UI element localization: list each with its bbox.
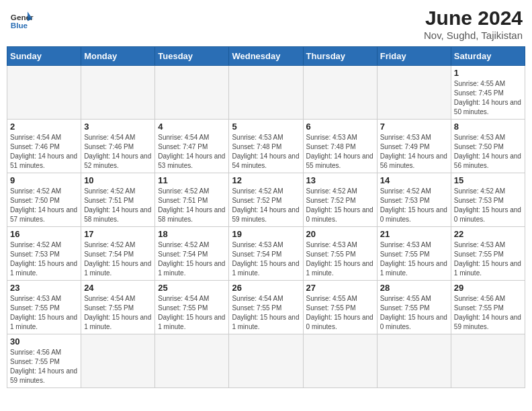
day-number: 8 [454, 122, 522, 132]
day-cell: 10Sunrise: 4:52 AM Sunset: 7:51 PM Dayli… [81, 173, 155, 227]
day-number: 18 [158, 229, 226, 239]
logo-icon: General Blue [9, 7, 34, 31]
day-number: 29 [454, 283, 522, 293]
day-cell: 26Sunrise: 4:54 AM Sunset: 7:55 PM Dayli… [229, 281, 303, 334]
day-info: Sunrise: 4:54 AM Sunset: 7:55 PM Dayligh… [232, 294, 300, 332]
weekday-wednesday: Wednesday [229, 47, 303, 66]
day-info: Sunrise: 4:52 AM Sunset: 7:50 PM Dayligh… [10, 187, 78, 224]
day-number: 21 [380, 229, 448, 239]
day-number: 17 [84, 229, 152, 239]
day-cell [7, 66, 81, 120]
day-cell: 11Sunrise: 4:52 AM Sunset: 7:51 PM Dayli… [155, 173, 229, 227]
day-number: 13 [306, 175, 374, 185]
day-cell: 22Sunrise: 4:53 AM Sunset: 7:55 PM Dayli… [451, 227, 525, 281]
day-info: Sunrise: 4:52 AM Sunset: 7:53 PM Dayligh… [454, 187, 522, 224]
day-cell: 29Sunrise: 4:56 AM Sunset: 7:55 PM Dayli… [451, 281, 525, 334]
day-number: 24 [84, 283, 152, 293]
day-info: Sunrise: 4:52 AM Sunset: 7:53 PM Dayligh… [380, 187, 448, 224]
day-info: Sunrise: 4:53 AM Sunset: 7:55 PM Dayligh… [306, 240, 374, 278]
day-cell: 23Sunrise: 4:53 AM Sunset: 7:55 PM Dayli… [7, 281, 81, 334]
day-number: 19 [232, 229, 300, 239]
day-cell [81, 66, 155, 120]
day-number: 3 [84, 122, 152, 132]
day-cell: 27Sunrise: 4:55 AM Sunset: 7:55 PM Dayli… [303, 281, 377, 334]
day-info: Sunrise: 4:53 AM Sunset: 7:49 PM Dayligh… [380, 133, 448, 171]
day-cell: 21Sunrise: 4:53 AM Sunset: 7:55 PM Dayli… [377, 227, 451, 281]
weekday-tuesday: Tuesday [155, 47, 229, 66]
calendar-subtitle: Nov, Sughd, Tajikistan [424, 30, 523, 41]
day-cell [451, 334, 525, 388]
day-number: 26 [232, 283, 300, 293]
day-cell: 19Sunrise: 4:53 AM Sunset: 7:54 PM Dayli… [229, 227, 303, 281]
day-cell: 30Sunrise: 4:56 AM Sunset: 7:55 PM Dayli… [7, 334, 81, 388]
day-number: 7 [380, 122, 448, 132]
day-number: 6 [306, 122, 374, 132]
week-row-2: 9Sunrise: 4:52 AM Sunset: 7:50 PM Daylig… [7, 173, 525, 227]
day-cell: 24Sunrise: 4:54 AM Sunset: 7:55 PM Dayli… [81, 281, 155, 334]
day-info: Sunrise: 4:52 AM Sunset: 7:52 PM Dayligh… [306, 187, 374, 224]
day-info: Sunrise: 4:55 AM Sunset: 7:55 PM Dayligh… [306, 294, 374, 332]
day-cell: 6Sunrise: 4:53 AM Sunset: 7:48 PM Daylig… [303, 120, 377, 173]
day-cell: 1Sunrise: 4:55 AM Sunset: 7:45 PM Daylig… [451, 66, 525, 120]
day-cell [377, 334, 451, 388]
day-cell: 20Sunrise: 4:53 AM Sunset: 7:55 PM Dayli… [303, 227, 377, 281]
day-info: Sunrise: 4:52 AM Sunset: 7:54 PM Dayligh… [84, 240, 152, 278]
calendar-title: June 2024 [424, 7, 523, 30]
day-info: Sunrise: 4:53 AM Sunset: 7:48 PM Dayligh… [232, 133, 300, 171]
day-info: Sunrise: 4:54 AM Sunset: 7:47 PM Dayligh… [158, 133, 226, 171]
day-number: 27 [306, 283, 374, 293]
calendar-table: SundayMondayTuesdayWednesdayThursdayFrid… [7, 46, 525, 388]
day-cell [81, 334, 155, 388]
day-info: Sunrise: 4:52 AM Sunset: 7:51 PM Dayligh… [158, 187, 226, 224]
day-cell: 28Sunrise: 4:55 AM Sunset: 7:55 PM Dayli… [377, 281, 451, 334]
day-info: Sunrise: 4:53 AM Sunset: 7:50 PM Dayligh… [454, 133, 522, 171]
day-number: 30 [10, 336, 78, 347]
weekday-thursday: Thursday [303, 47, 377, 66]
day-number: 1 [454, 68, 522, 78]
day-cell [377, 66, 451, 120]
day-number: 10 [84, 175, 152, 185]
day-info: Sunrise: 4:55 AM Sunset: 7:55 PM Dayligh… [380, 294, 448, 332]
weekday-monday: Monday [81, 47, 155, 66]
day-number: 28 [380, 283, 448, 293]
day-cell: 4Sunrise: 4:54 AM Sunset: 7:47 PM Daylig… [155, 120, 229, 173]
day-cell [155, 66, 229, 120]
day-cell: 14Sunrise: 4:52 AM Sunset: 7:53 PM Dayli… [377, 173, 451, 227]
day-info: Sunrise: 4:52 AM Sunset: 7:54 PM Dayligh… [158, 240, 226, 278]
day-cell: 25Sunrise: 4:54 AM Sunset: 7:55 PM Dayli… [155, 281, 229, 334]
day-cell [155, 334, 229, 388]
day-info: Sunrise: 4:55 AM Sunset: 7:45 PM Dayligh… [454, 79, 522, 117]
day-number: 12 [232, 175, 300, 185]
day-number: 4 [158, 122, 226, 132]
day-cell: 17Sunrise: 4:52 AM Sunset: 7:54 PM Dayli… [81, 227, 155, 281]
day-info: Sunrise: 4:53 AM Sunset: 7:48 PM Dayligh… [306, 133, 374, 171]
header: General Blue June 2024 Nov, Sughd, Tajik… [7, 7, 525, 41]
day-info: Sunrise: 4:52 AM Sunset: 7:51 PM Dayligh… [84, 187, 152, 224]
day-cell [229, 66, 303, 120]
week-row-4: 23Sunrise: 4:53 AM Sunset: 7:55 PM Dayli… [7, 281, 525, 334]
day-info: Sunrise: 4:56 AM Sunset: 7:55 PM Dayligh… [454, 294, 522, 332]
day-cell: 5Sunrise: 4:53 AM Sunset: 7:48 PM Daylig… [229, 120, 303, 173]
day-number: 25 [158, 283, 226, 293]
day-info: Sunrise: 4:54 AM Sunset: 7:46 PM Dayligh… [10, 133, 78, 171]
day-cell [229, 334, 303, 388]
day-number: 20 [306, 229, 374, 239]
day-cell: 15Sunrise: 4:52 AM Sunset: 7:53 PM Dayli… [451, 173, 525, 227]
day-number: 2 [10, 122, 78, 132]
day-number: 5 [232, 122, 300, 132]
title-block: June 2024 Nov, Sughd, Tajikistan [424, 7, 523, 41]
day-number: 16 [10, 229, 78, 239]
weekday-header-row: SundayMondayTuesdayWednesdayThursdayFrid… [7, 47, 525, 66]
week-row-3: 16Sunrise: 4:52 AM Sunset: 7:53 PM Dayli… [7, 227, 525, 281]
day-info: Sunrise: 4:54 AM Sunset: 7:55 PM Dayligh… [158, 294, 226, 332]
day-cell: 2Sunrise: 4:54 AM Sunset: 7:46 PM Daylig… [7, 120, 81, 173]
day-cell [303, 334, 377, 388]
day-info: Sunrise: 4:53 AM Sunset: 7:55 PM Dayligh… [380, 240, 448, 278]
week-row-5: 30Sunrise: 4:56 AM Sunset: 7:55 PM Dayli… [7, 334, 525, 388]
day-cell [303, 66, 377, 120]
day-info: Sunrise: 4:53 AM Sunset: 7:55 PM Dayligh… [454, 240, 522, 278]
svg-text:Blue: Blue [11, 21, 28, 30]
day-info: Sunrise: 4:52 AM Sunset: 7:53 PM Dayligh… [10, 240, 78, 278]
day-number: 9 [10, 175, 78, 185]
day-info: Sunrise: 4:53 AM Sunset: 7:54 PM Dayligh… [232, 240, 300, 278]
